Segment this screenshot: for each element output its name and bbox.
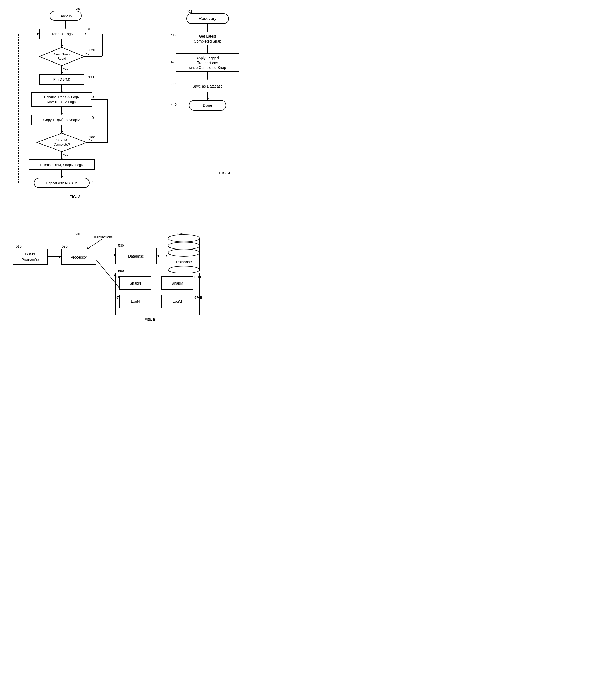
page: 301 Backup 310 Trans -> LogN 320 New Sna…	[5, 5, 294, 322]
node-transactions: Transactions	[93, 235, 113, 239]
label-520: 520	[62, 244, 68, 248]
node-dbms-line2: Program(s)	[22, 257, 39, 261]
label-330: 330	[88, 75, 94, 79]
node-processor: Processor	[70, 255, 87, 259]
node-snapM: SnapM	[172, 281, 183, 285]
node-new-snap-reqd-line2: Req'd	[57, 56, 66, 60]
node-snapm-complete-line2: Complete?	[54, 143, 70, 146]
label-yes-320: Yes	[63, 68, 68, 71]
svg-marker-69	[114, 274, 116, 276]
label-530: 530	[118, 244, 124, 248]
svg-marker-12	[61, 72, 63, 74]
node-get-latest-line1: Get Latest	[199, 34, 216, 39]
svg-marker-21	[61, 131, 63, 133]
label-440: 440	[171, 102, 177, 106]
label-420: 420	[171, 60, 177, 64]
node-release-dbm: Release DBM, SnapN, LogN	[40, 163, 83, 167]
label-550: 550	[118, 269, 124, 273]
svg-marker-18	[61, 113, 63, 115]
svg-marker-45	[206, 78, 208, 80]
fig4-label: FIG. 4	[155, 171, 294, 175]
svg-marker-5	[61, 45, 63, 47]
svg-marker-31	[61, 176, 63, 178]
svg-marker-53	[59, 256, 61, 258]
fig3-container: 301 Backup 310 Trans -> LogN 320 New Sna…	[5, 5, 145, 199]
svg-point-63	[168, 235, 200, 242]
node-copy-dbm: Copy DB(M) to SnapM	[43, 118, 80, 122]
fig3-label: FIG. 3	[5, 195, 145, 199]
node-dbms-line1: DBMS	[25, 252, 35, 256]
svg-point-65	[168, 249, 200, 256]
label-510: 510	[16, 244, 22, 248]
label-310: 310	[87, 27, 93, 31]
label-no-320: No	[85, 52, 90, 55]
label-yes-360: Yes	[63, 153, 68, 157]
label-380: 380	[91, 179, 96, 183]
label-410: 410	[171, 33, 177, 37]
node-done: Done	[203, 103, 212, 107]
label-301: 301	[76, 7, 82, 11]
fig5-container: 510 DBMS Program(s) 520 Processor Transa…	[5, 207, 294, 322]
node-trans-logn: Trans -> LogN	[50, 32, 73, 36]
svg-line-54	[87, 239, 102, 249]
node-backup: Backup	[60, 14, 72, 18]
svg-marker-39	[206, 30, 208, 32]
fig4-container: 401 Recovery 410 Get Latest Completed Sn…	[155, 5, 294, 175]
svg-marker-60	[166, 255, 168, 257]
svg-marker-61	[157, 255, 159, 257]
node-snapN: SnapN	[130, 281, 141, 285]
node-pin-dbm: Pin DB(M)	[53, 77, 70, 81]
node-database2: Database	[176, 260, 192, 264]
node-save-as-database: Save as Database	[193, 84, 223, 88]
label-560B: 560B	[194, 275, 202, 279]
svg-marker-42	[206, 51, 208, 54]
node-apply-logged-line3: since Completed Snap	[189, 66, 226, 70]
node-get-latest-line2: Completed Snap	[194, 39, 222, 43]
node-logN: LogN	[131, 299, 140, 303]
svg-marker-2	[65, 27, 67, 29]
svg-marker-28	[61, 158, 63, 160]
node-recovery: Recovery	[199, 16, 217, 21]
node-database1: Database	[128, 254, 144, 258]
svg-point-64	[168, 242, 200, 249]
svg-point-66	[168, 266, 200, 274]
label-no-360: No	[88, 138, 93, 141]
node-snapm-complete-line1: SnapM	[56, 138, 67, 142]
svg-marker-48	[206, 98, 208, 100]
label-430: 430	[171, 82, 177, 86]
node-new-snap-reqd-line1: New Snap	[54, 52, 70, 56]
label-320: 320	[89, 48, 95, 52]
fig4-svg: 401 Recovery 410 Get Latest Completed Sn…	[155, 8, 276, 171]
label-401: 401	[186, 9, 192, 14]
svg-rect-50	[13, 249, 47, 265]
svg-rect-16	[31, 93, 92, 106]
node-logM: LogM	[173, 299, 182, 303]
label-501: 501	[75, 232, 81, 236]
fig3-svg: 301 Backup 310 Trans -> LogN 320 New Sna…	[5, 5, 136, 195]
node-pending-trans-line1: Pending Trans -> LogN	[44, 95, 79, 99]
svg-marker-15	[61, 91, 63, 93]
node-apply-logged-line2: Transactions	[197, 61, 218, 65]
label-570B: 570B	[194, 296, 202, 300]
fig5-svg: 510 DBMS Program(s) 520 Processor Transa…	[5, 207, 294, 317]
node-apply-logged-line1: Apply Logged	[196, 56, 219, 60]
svg-marker-36	[37, 33, 40, 35]
node-repeat: Repeat with N <-> M	[46, 181, 77, 185]
node-pending-trans-line2: New Trans -> LogM	[47, 100, 77, 104]
fig5-label: FIG. 5	[5, 317, 294, 322]
